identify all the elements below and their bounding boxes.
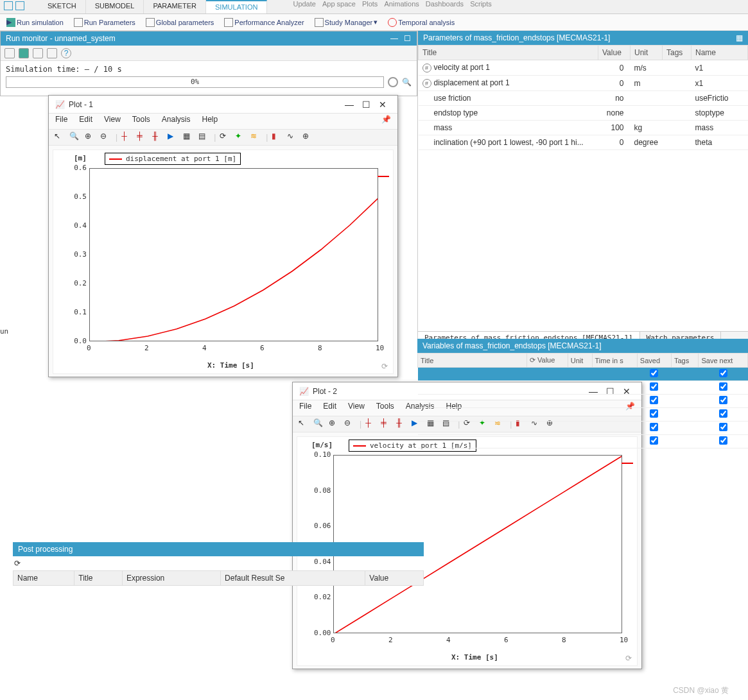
post-processing-pane: Post processing ⟳ Name Title Expression … [13,542,424,586]
zoom-icon[interactable]: 🔍 [313,418,325,430]
fft-icon[interactable]: ∿ [287,132,299,143]
x-tick: 2 [144,344,149,352]
zoomout-icon[interactable]: ⊖ [100,132,112,143]
pointer-icon[interactable]: ↖ [298,418,309,430]
study-manager-button[interactable]: Study Manager▾ [311,17,382,28]
refresh-small-icon[interactable]: ⟳ [625,654,632,663]
global-parameters-button[interactable]: Global parameters [142,17,218,28]
post-title: Post processing [13,542,424,556]
search-icon[interactable]: 🔍 [402,78,412,87]
view-toggle-icon[interactable]: ▦ [736,33,743,42]
tab-simulation[interactable]: SIMULATION [206,0,267,13]
cursor3-icon[interactable]: ╫ [396,418,408,430]
top-extra-scripts[interactable]: Scripts [470,0,492,13]
pointer-icon[interactable]: ↖ [54,132,65,143]
zoom-icon[interactable]: 🔍 [69,132,81,143]
saved-checkbox[interactable] [650,409,658,418]
table-row[interactable]: #velocity at port 10m/sv1 [419,60,748,76]
cursor2-icon[interactable]: ╪ [381,418,392,430]
saved-checkbox[interactable] [650,382,658,391]
zoomin-icon[interactable]: ⊕ [329,418,340,430]
savenext-checkbox[interactable] [719,423,727,431]
table-row[interactable] [418,381,748,395]
play-icon[interactable] [19,48,29,58]
top-extra-plots[interactable]: Plots [362,0,378,13]
parameters-title: Parameters of mass_friction_endstops [ME… [423,33,610,42]
refresh-icon[interactable]: ⟳ [14,559,21,568]
layers-icon[interactable]: ≋ [250,132,262,143]
add-chart-icon[interactable]: ⊕ [302,132,314,143]
maximize-icon[interactable]: ☐ [403,34,412,43]
tab-sketch[interactable]: SKETCH [39,0,86,13]
menu-analysis[interactable]: Analysis [162,115,191,128]
run-simulation-button[interactable]: ▶Run simulation [3,17,67,28]
gear-icon[interactable] [4,48,15,58]
run-parameters-button[interactable]: Run Parameters [70,17,139,28]
x-tick: 6 [260,344,265,352]
close-icon[interactable]: ✕ [374,99,391,110]
saved-checkbox[interactable] [650,369,658,377]
refresh-icon[interactable]: ⟳ [220,132,231,143]
top-extra-animations[interactable]: Animations [384,0,419,13]
pin-icon[interactable]: 📌 [381,115,391,128]
table-row[interactable] [418,408,748,422]
refresh-small-icon[interactable]: ⟳ [381,362,388,371]
table-row[interactable] [418,368,748,381]
table-row[interactable] [418,395,748,408]
barchart-icon[interactable]: ▮ [272,132,283,143]
table-row[interactable] [418,435,748,448]
parameters-table[interactable]: Title Value Unit Tags Name #velocity at … [418,45,748,150]
minimize-icon[interactable]: — [390,34,399,43]
star-icon[interactable]: ✦ [235,132,247,143]
top-extra-dashboards[interactable]: Dashboards [426,0,464,13]
savenext-checkbox[interactable] [719,396,727,404]
top-extra-appspace[interactable]: App space [322,0,356,13]
maximize-icon[interactable]: ☐ [358,99,374,110]
saved-checkbox[interactable] [650,396,658,404]
temporal-analysis-button[interactable]: Temporal analysis [384,17,458,28]
menu-view[interactable]: View [348,402,365,414]
stop-icon[interactable] [33,48,43,58]
stop-circle-icon[interactable] [388,77,398,87]
cursor4-icon[interactable]: ▶ [168,132,179,143]
help-icon[interactable]: ? [61,48,71,58]
performance-analyzer-button[interactable]: Performance Analyzer [220,17,308,28]
menu-view[interactable]: View [104,115,121,128]
cursor3-icon[interactable]: ╫ [152,132,164,143]
cursor2-icon[interactable]: ╪ [137,132,148,143]
table-icon[interactable]: ▤ [198,132,210,143]
table-row[interactable]: endstop typenonestoptype [419,106,748,121]
menu-edit[interactable]: Edit [79,115,92,128]
icon-b[interactable] [15,1,24,10]
variables-table[interactable]: Title ⟳Value Unit Time in s Saved Tags S… [417,353,748,448]
savenext-checkbox[interactable] [719,436,727,445]
zoomout-icon[interactable]: ⊖ [344,418,356,430]
table-row[interactable]: #displacement at port 10mx1 [419,76,748,91]
icon-a[interactable] [4,1,13,10]
zoomin-icon[interactable]: ⊕ [85,132,96,143]
cursor1-icon[interactable]: ┼ [121,132,133,143]
cursor1-icon[interactable]: ┼ [365,418,377,430]
savenext-checkbox[interactable] [719,369,727,377]
top-extra-update[interactable]: Update [293,0,315,13]
menu-file[interactable]: File [55,115,67,128]
saved-checkbox[interactable] [650,423,658,431]
menu-tools[interactable]: Tools [132,115,150,128]
table-row[interactable]: mass100kgmass [419,121,748,135]
menu-help[interactable]: Help [202,115,218,128]
tab-parameter[interactable]: PARAMETER [144,0,206,13]
saved-checkbox[interactable] [650,436,658,445]
savenext-checkbox[interactable] [719,382,727,391]
menu-file[interactable]: File [299,402,311,414]
minimize-icon[interactable]: — [341,99,358,110]
table-row[interactable]: inclination (+90 port 1 lowest, -90 port… [419,135,748,150]
table-row[interactable]: use frictionnouseFrictio [419,91,748,106]
menu-tools[interactable]: Tools [376,402,394,414]
plot-window-1[interactable]: 📈Plot - 1 —☐✕ File Edit View Tools Analy… [48,95,398,377]
table-row[interactable] [418,422,748,435]
menu-edit[interactable]: Edit [323,402,336,414]
savenext-checkbox[interactable] [719,409,727,418]
grid-icon[interactable]: ▦ [183,132,195,143]
printer-icon[interactable] [47,48,57,58]
tab-submodel[interactable]: SUBMODEL [86,0,144,13]
